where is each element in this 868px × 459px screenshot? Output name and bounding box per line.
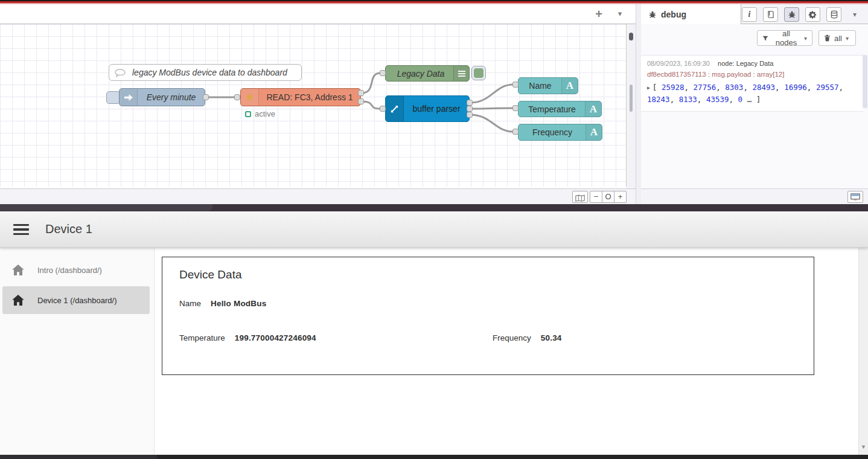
port-parser-in[interactable] [380, 106, 386, 112]
debug-enable-toggle[interactable] [471, 66, 486, 80]
debug-list-icon [453, 66, 469, 81]
scroll-down-arrow-icon[interactable]: ▼ [861, 444, 866, 450]
trash-icon [824, 34, 831, 42]
debug-footer [641, 188, 868, 204]
debug-filter-label: all nodes [772, 29, 800, 47]
debug-clear-button[interactable]: all ▾ [819, 30, 856, 46]
flow-tabbar: + ▾ [0, 4, 636, 24]
debug-payload[interactable]: ▶[ 25928, 27756, 8303, 28493, 16996, 295… [647, 82, 857, 105]
dashboard-header: Device 1 [0, 211, 868, 248]
inject-arrow-icon [120, 89, 138, 106]
context-tab-button[interactable] [826, 7, 841, 22]
window-bottom-edge [0, 455, 868, 459]
debug-clear-label: all [834, 34, 842, 43]
inject-trigger-button[interactable] [106, 91, 120, 104]
modbus-status: active [245, 109, 275, 118]
port-parser-out3[interactable] [467, 112, 473, 118]
add-flow-button[interactable]: + [591, 7, 607, 21]
flow-canvas[interactable]: legacy ModBus device data to dashboard E… [0, 24, 627, 187]
sidebar-item-label: Intro (/dashboard/) [37, 266, 102, 275]
debug-message[interactable]: 08/09/2023, 16:09:30 node: Legacy Data d… [641, 55, 863, 112]
debug-node-legacy-data[interactable]: Legacy Data [385, 65, 470, 82]
field-value: 50.34 [541, 333, 562, 342]
help-tab-button[interactable] [763, 7, 778, 22]
node-red-editor: + ▾ legacy ModBus device dat [0, 4, 868, 204]
navigator-map-icon[interactable] [572, 191, 588, 203]
canvas-vertical-scrollbar[interactable] [627, 24, 636, 188]
debug-filter-row: all nodes ▾ all ▾ [641, 28, 868, 49]
dashboard-sidebar: Intro (/dashboard/) Device 1 (/dashboard… [0, 248, 155, 455]
comment-node[interactable]: legacy ModBus device data to dashboard [109, 64, 302, 81]
ui-text-node-temperature[interactable]: Temperature A [518, 101, 602, 117]
dashboard-scrollbar[interactable]: ▼ [858, 248, 868, 455]
port-frequency-in[interactable] [512, 129, 519, 135]
port-modbus-out2[interactable] [358, 98, 364, 104]
home-icon [12, 295, 24, 306]
port-name-in[interactable] [512, 82, 519, 88]
tab-debug-label: debug [661, 10, 686, 19]
parser-label: buffer parser [407, 96, 465, 121]
card-title: Device Data [179, 268, 242, 281]
port-inject-out[interactable] [203, 94, 209, 100]
field-temperature: Temperature199.77000427246094 [179, 333, 316, 342]
port-temperature-in[interactable] [512, 105, 519, 111]
window-top-accent [0, 0, 868, 4]
window-divider-strip [0, 204, 868, 211]
database-icon [830, 10, 838, 19]
debug-source-node[interactable]: node: Legacy Data [718, 60, 773, 67]
expand-triangle-icon[interactable]: ▶ [647, 83, 650, 94]
port-parser-out2[interactable] [467, 106, 473, 112]
wire-parser-name [470, 85, 513, 103]
debug-tabbar: debug i ▾ [641, 4, 868, 24]
port-modbus-out1[interactable] [358, 90, 364, 96]
ui-text-node-name[interactable]: Name A [518, 77, 578, 94]
tab-debug[interactable]: debug [641, 4, 741, 24]
field-value: Hello ModBus [211, 299, 266, 308]
flow-list-caret-icon[interactable]: ▾ [613, 7, 627, 21]
wire-modbus-legacy [362, 73, 380, 93]
config-tab-button[interactable] [805, 7, 820, 22]
field-label: Name [179, 299, 201, 308]
debug-msg-meta: df8ecbd817357113 : msg.payload : array[1… [647, 71, 857, 78]
zoom-in-button[interactable]: + [614, 191, 627, 203]
wire-parser-temperature [470, 108, 513, 109]
modbus-label: READ: FC3, Address 1 [263, 89, 357, 106]
field-name: NameHello ModBus [179, 299, 266, 308]
dashboard-title: Device 1 [45, 222, 92, 236]
sidebar-menu-caret-icon[interactable]: ▾ [847, 7, 862, 22]
text-a-icon: A [586, 124, 602, 140]
debug-message-list[interactable]: 08/09/2023, 16:09:30 node: Legacy Data d… [641, 49, 868, 188]
info-tab-button[interactable]: i [742, 7, 757, 22]
ui-text-node-frequency[interactable]: Frequency A [518, 124, 602, 141]
open-in-window-icon[interactable] [847, 191, 863, 203]
caret-down-icon: ▾ [846, 35, 849, 42]
funnel-icon [762, 35, 768, 42]
payload-open-bracket: [ [653, 83, 662, 92]
debug-scrollbar[interactable] [863, 55, 867, 108]
status-text: active [255, 109, 275, 118]
ui-text-label: Name [523, 78, 557, 94]
inject-node[interactable]: Every minute [119, 88, 205, 106]
menu-hamburger-icon[interactable] [13, 224, 29, 235]
device-data-card: Device Data NameHello ModBus Temperature… [162, 257, 814, 375]
modbus-read-node[interactable]: ✳ READ: FC3, Address 1 [240, 88, 361, 106]
inject-label: Every minute [142, 89, 200, 106]
buffer-parser-node[interactable]: buffer parser [385, 95, 470, 122]
sidebar-item-intro[interactable]: Intro (/dashboard/) [0, 255, 155, 285]
scrollbar-handle[interactable] [629, 33, 633, 40]
scrollbar-thumb[interactable] [630, 85, 633, 112]
sidebar-resize-divider[interactable] [636, 4, 641, 204]
sidebar-item-device-1[interactable]: Device 1 (/dashboard/) [0, 285, 155, 315]
field-label: Temperature [179, 333, 225, 342]
port-modbus-in[interactable] [234, 94, 240, 100]
ui-text-label: Frequency [523, 124, 581, 140]
status-dot-icon [245, 111, 251, 117]
zoom-reset-button[interactable]: O [602, 191, 614, 203]
sidebar-item-label: Device 1 (/dashboard/) [37, 296, 117, 305]
zoom-out-button[interactable]: − [590, 191, 602, 203]
port-legacy-in[interactable] [380, 70, 386, 76]
debug-filter-button[interactable]: all nodes ▾ [757, 30, 812, 46]
port-parser-out1[interactable] [467, 100, 473, 106]
bug-icon [648, 10, 657, 19]
debug-tab-button[interactable] [784, 7, 799, 22]
